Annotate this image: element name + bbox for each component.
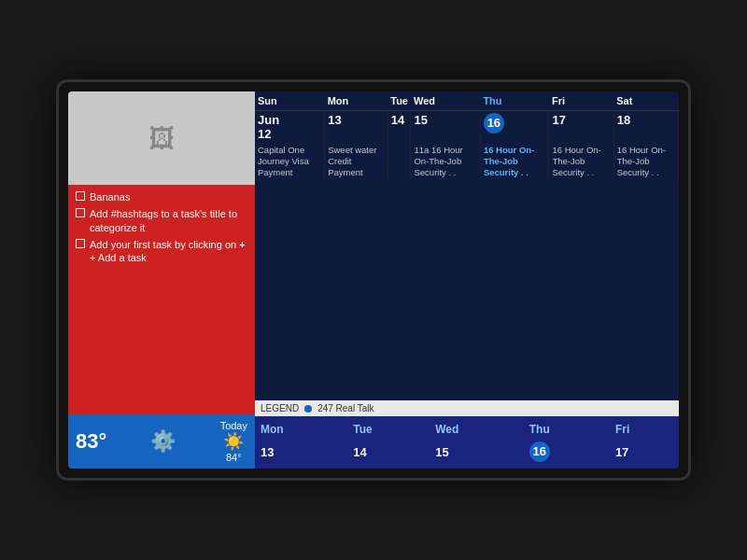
todo-section: Bananas Add #hashtags to a task's title …	[68, 185, 255, 414]
today-indicator: 16	[484, 113, 504, 133]
todo-item-3[interactable]: Add your first task by clicking on + + A…	[76, 238, 247, 265]
col-thu: Thu	[480, 91, 549, 111]
weather-icon-small: ☀️	[223, 431, 244, 452]
event-fri-text: 16 Hour On-The-Job Security . .	[552, 145, 610, 178]
right-panel: Sun Mon Tue Wed Thu Fri Sat Jun12 13	[255, 91, 679, 469]
col-wed: Wed	[411, 91, 480, 111]
event-tue	[388, 143, 411, 180]
weather-low-temp: 84°	[226, 452, 242, 463]
screen: 🖼 Bananas Add #hashtags to a task's titl…	[68, 91, 679, 469]
mini-today-indicator: 16	[529, 441, 550, 462]
event-mon-text: Sweet water Credit Payment	[328, 145, 385, 178]
todo-item-1[interactable]: Bananas	[76, 190, 247, 203]
device-frame: 🖼 Bananas Add #hashtags to a task's titl…	[56, 79, 691, 481]
event-thu: 16 Hour On-The-Job Security . .	[480, 143, 549, 180]
todo-label-2: Add #hashtags to a task's title to categ…	[90, 207, 247, 234]
event-sun-text: Capital One Journey Visa Payment	[258, 145, 321, 178]
mini-week-table: Mon Tue Wed Thu Fri 13 14 15 16	[255, 420, 679, 465]
event-thu-text: 16 Hour On-The-Job Security . .	[484, 145, 546, 178]
left-panel: 🖼 Bananas Add #hashtags to a task's titl…	[68, 91, 255, 469]
mini-week-view: Mon Tue Wed Thu Fri 13 14 15 16	[255, 416, 679, 469]
image-placeholder: 🖼	[68, 91, 255, 185]
event-wed-text: 11a 16 Hour On-The-Job Security . .	[414, 145, 476, 178]
todo-checkbox-1[interactable]	[76, 191, 85, 201]
weather-today-label: Today	[220, 420, 247, 431]
mini-date-fri: 17	[610, 439, 679, 465]
col-tue: Tue	[388, 91, 411, 111]
legend-event-label: 247 Real Talk	[317, 403, 374, 413]
mini-col-mon: Mon	[255, 420, 347, 439]
mini-date-thu: 16	[524, 439, 610, 465]
calendar-date-row: Jun12 13 14 15 16 17 18	[255, 111, 679, 144]
legend-label-text: LEGEND	[261, 403, 299, 413]
placeholder-icon: 🖼	[148, 123, 175, 154]
date-wed: 15	[411, 111, 480, 144]
mini-date-row: 13 14 15 16 17	[255, 439, 679, 465]
todo-checkbox-2[interactable]	[76, 208, 85, 217]
col-sun: Sun	[255, 91, 325, 111]
event-wed: 11a 16 Hour On-The-Job Security . .	[411, 143, 480, 180]
legend-bar: LEGEND 247 Real Talk	[255, 400, 679, 416]
todo-label-3: Add your first task by clicking on + + A…	[90, 238, 247, 265]
date-fri: 17	[549, 111, 613, 144]
date-mon: 13	[325, 111, 388, 144]
weather-right: Today ☀️ 84°	[220, 420, 247, 463]
weather-bar: 83° ⚙️ Today ☀️ 84°	[68, 414, 255, 469]
date-thu: 16	[480, 111, 549, 144]
mini-date-tue: 14	[347, 439, 430, 465]
mini-col-thu: Thu	[524, 420, 610, 439]
weekly-calendar: Sun Mon Tue Wed Thu Fri Sat Jun12 13	[255, 91, 679, 400]
event-mon: Sweet water Credit Payment	[325, 143, 388, 180]
mini-col-wed: Wed	[430, 420, 524, 439]
todo-label-1: Bananas	[90, 190, 130, 203]
date-sun: Jun12	[255, 111, 325, 144]
col-mon: Mon	[325, 91, 388, 111]
date-tue: 14	[388, 111, 411, 144]
todo-checkbox-3[interactable]	[76, 239, 85, 248]
mini-col-fri: Fri	[610, 420, 679, 439]
mini-date-wed: 15	[430, 439, 524, 465]
col-fri: Fri	[549, 91, 613, 111]
weather-sun-icon: ⚙️	[150, 429, 176, 454]
legend-dot	[304, 405, 312, 413]
event-sat: 16 Hour On-The-Job Security . .	[613, 143, 678, 180]
mini-date-mon: 13	[255, 439, 347, 465]
event-fri: 16 Hour On-The-Job Security . .	[549, 143, 613, 180]
event-sun: Capital One Journey Visa Payment	[255, 143, 325, 180]
mini-header-row: Mon Tue Wed Thu Fri	[255, 420, 679, 439]
calendar-table: Sun Mon Tue Wed Thu Fri Sat Jun12 13	[255, 91, 679, 180]
calendar-header-row: Sun Mon Tue Wed Thu Fri Sat	[255, 91, 679, 111]
event-sat-text: 16 Hour On-The-Job Security . .	[617, 145, 675, 178]
todo-item-2[interactable]: Add #hashtags to a task's title to categ…	[76, 207, 247, 234]
calendar-events-row: Capital One Journey Visa Payment Sweet w…	[255, 143, 679, 180]
col-sat: Sat	[613, 91, 678, 111]
date-sat: 18	[613, 111, 678, 144]
mini-col-tue: Tue	[347, 420, 430, 439]
weather-temperature: 83°	[76, 429, 106, 454]
